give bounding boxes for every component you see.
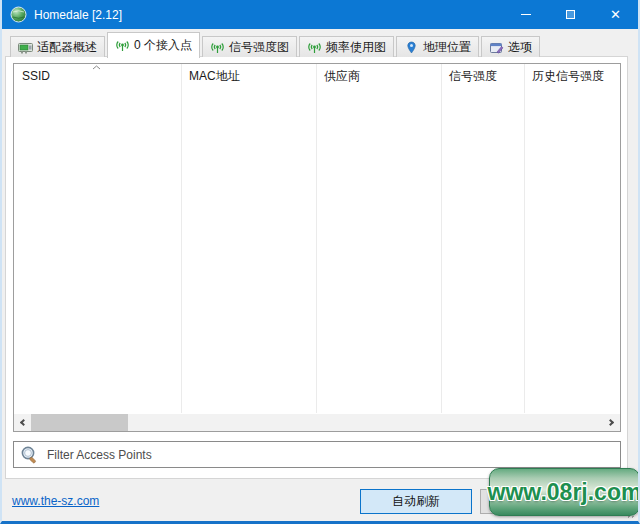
- access-points-table: SSID MAC地址 供应商 信号强度 历史信号强度: [13, 63, 621, 432]
- tab-label: 选项: [508, 39, 532, 56]
- table-header-row: SSID MAC地址 供应商 信号强度 历史信号强度: [14, 64, 620, 88]
- antenna-icon: [307, 41, 322, 54]
- column-divider: [181, 64, 182, 413]
- minimize-icon: [521, 14, 531, 15]
- sort-ascending-icon: [92, 65, 101, 70]
- tab-label: 频率使用图: [326, 39, 386, 56]
- column-divider: [524, 64, 525, 413]
- scroll-left-button[interactable]: [14, 414, 31, 431]
- column-header-signal[interactable]: 信号强度: [441, 64, 524, 88]
- tab-adapter-overview[interactable]: 适配器概述: [10, 36, 105, 57]
- close-button[interactable]: ✕: [593, 0, 638, 29]
- tab-signal-graph[interactable]: 信号强度图: [202, 36, 297, 57]
- maximize-icon: [566, 10, 575, 19]
- tab-label: 地理位置: [423, 39, 471, 56]
- column-divider: [316, 64, 317, 413]
- auto-refresh-button[interactable]: 自动刷新: [360, 489, 472, 514]
- column-divider: [441, 64, 442, 413]
- tab-label: 0 个接入点: [134, 37, 192, 54]
- watermark-badge: www.08rj.com: [489, 468, 640, 516]
- chevron-right-icon: [607, 419, 614, 426]
- scrollbar-track[interactable]: [31, 414, 603, 431]
- app-globe-icon: [10, 6, 27, 23]
- column-header-vendor[interactable]: 供应商: [316, 64, 441, 88]
- watermark-text: www.08rj.com: [488, 479, 640, 506]
- maximize-button[interactable]: [548, 0, 593, 29]
- titlebar: Homedale [2.12] ✕: [2, 0, 638, 29]
- map-pin-icon: [404, 41, 419, 54]
- column-header-mac[interactable]: MAC地址: [181, 64, 316, 88]
- tab-geolocation[interactable]: 地理位置: [396, 36, 479, 57]
- minimize-button[interactable]: [503, 0, 548, 29]
- app-window: Homedale [2.12] ✕ 适配器概述: [0, 0, 640, 524]
- scroll-right-button[interactable]: [603, 414, 620, 431]
- column-header-ssid[interactable]: SSID: [14, 64, 181, 88]
- tab-access-points[interactable]: 0 个接入点: [107, 32, 200, 58]
- tab-strip: 适配器概述 0 个接入点 信号强度图: [10, 30, 630, 57]
- close-icon: ✕: [610, 8, 621, 21]
- window-title: Homedale [2.12]: [34, 8, 503, 22]
- options-icon: [489, 41, 504, 54]
- filter-box: [13, 441, 621, 468]
- filter-access-points-input[interactable]: [39, 442, 620, 467]
- tab-page-access-points: SSID MAC地址 供应商 信号强度 历史信号强度: [5, 56, 628, 479]
- network-adapter-icon: [18, 41, 33, 54]
- column-header-signal-history[interactable]: 历史信号强度: [524, 64, 620, 88]
- horizontal-scrollbar[interactable]: [14, 414, 620, 431]
- antenna-icon: [115, 39, 130, 52]
- tab-frequency-graph[interactable]: 频率使用图: [299, 36, 394, 57]
- tab-label: 适配器概述: [37, 39, 97, 56]
- chevron-left-icon: [20, 419, 27, 426]
- antenna-icon: [210, 41, 225, 54]
- tab-label: 信号强度图: [229, 39, 289, 56]
- scrollbar-thumb[interactable]: [31, 414, 128, 431]
- tab-options[interactable]: 选项: [481, 36, 540, 57]
- search-icon: [20, 445, 39, 464]
- website-link[interactable]: www.the-sz.com: [12, 494, 99, 508]
